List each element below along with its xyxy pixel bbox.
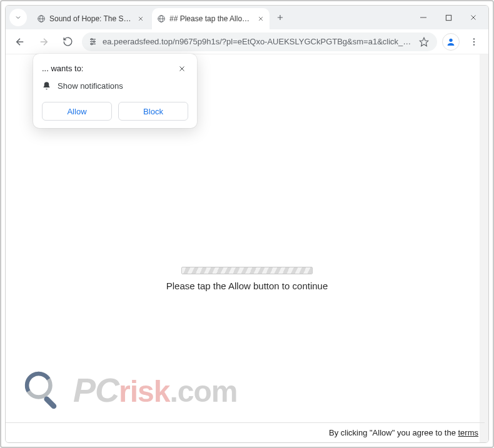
page-center: Please tap the Allow button to continue xyxy=(6,267,488,291)
maximize-button[interactable] xyxy=(436,8,461,27)
permission-close-button[interactable] xyxy=(176,62,188,75)
arrow-left-icon xyxy=(14,36,26,47)
center-message: Please tap the Allow button to continue xyxy=(166,281,328,291)
tab-inactive[interactable]: Sound of Hope: The Story of Po xyxy=(32,9,149,28)
new-tab-button[interactable] xyxy=(272,9,288,26)
minimize-button[interactable] xyxy=(411,8,436,27)
svg-marker-24 xyxy=(420,37,428,46)
chevron-down-icon xyxy=(14,14,22,21)
close-icon xyxy=(138,16,144,22)
tab-close-button[interactable] xyxy=(136,14,146,24)
svg-point-25 xyxy=(449,38,452,41)
titlebar: Sound of Hope: The Story of Po ## Please… xyxy=(6,6,488,29)
tab-close-button[interactable] xyxy=(256,14,266,24)
tab-search-button[interactable] xyxy=(9,9,27,26)
star-icon xyxy=(419,37,429,47)
bell-icon xyxy=(42,81,51,91)
close-icon xyxy=(178,65,186,72)
tab-title: ## Please tap the Allow button xyxy=(169,14,252,23)
arrow-right-icon xyxy=(38,36,49,47)
svg-point-26 xyxy=(473,38,475,39)
watermark-text: PCrisk.com xyxy=(73,371,237,409)
person-icon xyxy=(446,37,456,47)
globe-icon xyxy=(37,14,46,23)
app-frame: Sound of Hope: The Story of Po ## Please… xyxy=(0,0,494,448)
close-icon xyxy=(470,14,477,21)
magnifier-icon xyxy=(21,367,66,412)
watermark: PCrisk.com xyxy=(21,367,237,412)
page-viewport: ... wants to: Show notifications Allow B… xyxy=(6,54,488,442)
close-window-button[interactable] xyxy=(461,8,486,27)
block-button[interactable]: Block xyxy=(118,102,188,121)
terms-link[interactable]: terms xyxy=(458,428,479,437)
footer-text: By clicking "Allow" you agree to the xyxy=(329,428,456,437)
url-text: ea.peeradsfeed.top/n9675p9h1s/?pl=eEtQxo… xyxy=(103,37,412,46)
window-controls xyxy=(411,8,486,27)
kebab-icon xyxy=(469,37,479,47)
allow-button[interactable]: Allow xyxy=(42,102,112,121)
svg-point-28 xyxy=(473,44,475,45)
close-icon xyxy=(258,16,264,22)
toolbar: ea.peeradsfeed.top/n9675p9h1s/?pl=eEtQxo… xyxy=(6,29,488,54)
menu-button[interactable] xyxy=(465,32,483,51)
permission-body: Show notifications xyxy=(58,81,123,91)
minimize-icon xyxy=(420,14,427,21)
forward-button[interactable] xyxy=(34,32,53,51)
permission-title: ... wants to: xyxy=(42,62,83,73)
footer: By clicking "Allow" you agree to the ter… xyxy=(6,422,485,442)
svg-point-27 xyxy=(473,41,475,42)
svg-point-21 xyxy=(91,39,93,41)
svg-point-23 xyxy=(91,43,93,45)
svg-rect-33 xyxy=(43,396,58,410)
browser-window: Sound of Hope: The Story of Po ## Please… xyxy=(5,5,489,443)
bookmark-button[interactable] xyxy=(417,35,431,49)
reload-icon xyxy=(63,36,73,47)
watermark-risk: risk xyxy=(119,375,169,408)
maximize-icon xyxy=(445,14,452,21)
reload-button[interactable] xyxy=(58,32,77,51)
site-settings-icon xyxy=(88,37,98,46)
back-button[interactable] xyxy=(11,32,29,51)
plus-icon xyxy=(276,13,285,22)
tab-active[interactable]: ## Please tap the Allow button xyxy=(152,8,270,29)
watermark-pc: PC xyxy=(73,371,119,409)
address-bar[interactable]: ea.peeradsfeed.top/n9675p9h1s/?pl=eEtQxo… xyxy=(82,32,437,51)
profile-button[interactable] xyxy=(442,33,460,51)
svg-rect-13 xyxy=(446,15,451,20)
tab-title: Sound of Hope: The Story of Po xyxy=(49,14,132,23)
progress-bar xyxy=(181,267,313,274)
svg-point-22 xyxy=(93,41,95,42)
watermark-com: .com xyxy=(169,375,237,408)
vertical-scrollbar[interactable] xyxy=(480,54,488,442)
globe-icon xyxy=(157,14,166,23)
permission-prompt: ... wants to: Show notifications Allow B… xyxy=(33,54,197,128)
